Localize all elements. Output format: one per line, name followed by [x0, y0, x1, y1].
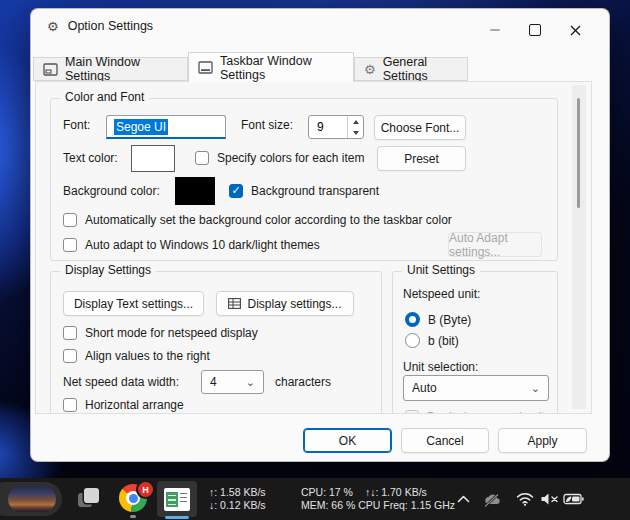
- weather-widget-image: [8, 486, 56, 512]
- unit-selection-dropdown[interactable]: Auto ⌄: [403, 375, 549, 401]
- background-color-swatch[interactable]: [175, 177, 215, 205]
- align-right-label: Align values to the right: [85, 349, 210, 363]
- close-icon: [570, 25, 581, 36]
- background-color-label: Background color:: [63, 184, 160, 198]
- choose-font-button[interactable]: Choose Font...: [374, 115, 466, 140]
- maximize-button[interactable]: [515, 15, 555, 45]
- chrome-running-indicator: [130, 515, 136, 518]
- specify-colors-checkbox[interactable]: [195, 151, 209, 165]
- font-size-stepper[interactable]: 9: [308, 115, 364, 139]
- task-view-button[interactable]: [76, 487, 102, 511]
- wifi-button[interactable]: [514, 489, 536, 509]
- radio-byte-label: B (Byte): [428, 313, 471, 327]
- trafficmonitor-button[interactable]: [157, 481, 197, 517]
- data-width-label: Net speed data width:: [63, 375, 179, 389]
- data-width-value: 4: [210, 375, 217, 389]
- tab-taskbar-window-settings[interactable]: Taskbar Window Settings: [188, 52, 354, 82]
- tab-label: Main Window Settings: [65, 55, 178, 83]
- stepper-down-button[interactable]: [348, 127, 363, 138]
- option-settings-dialog: ⚙ Option Settings Main Window Settings T…: [30, 8, 610, 462]
- short-mode-checkbox[interactable]: [63, 326, 77, 340]
- auto-adapt-checkbox[interactable]: [63, 238, 77, 252]
- unit-selection-label: Unit selection:: [403, 360, 478, 374]
- net-speed-text[interactable]: ↑: 1.58 KB/s ↓: 0.12 KB/s: [209, 486, 266, 512]
- scrollbar-thumb[interactable]: [577, 98, 580, 208]
- grid-icon: [228, 298, 241, 309]
- color-and-font-group: Color and Font Font: Segoe UI Font size:…: [50, 98, 558, 261]
- vertical-scrollbar[interactable]: [572, 85, 586, 409]
- volume-muted-button[interactable]: [538, 489, 560, 509]
- netspeed-unit-label: Netspeed unit:: [403, 287, 480, 301]
- apply-button[interactable]: Apply: [498, 428, 587, 453]
- display-settings-group: Display Settings Display Text settings..…: [50, 271, 382, 414]
- window-title: Option Settings: [68, 19, 153, 33]
- auto-adapt-settings-button: Auto Adapt settings...: [448, 232, 542, 257]
- dont-show-unit-label: Don't show speed unit: [427, 410, 545, 414]
- trafficmonitor-icon: [164, 488, 190, 511]
- chevron-down-icon: ⌄: [531, 383, 540, 394]
- preset-button[interactable]: Preset: [377, 146, 466, 171]
- total-speed: ↑↓: 1.70 KB/s: [365, 486, 427, 498]
- radio-bit[interactable]: [405, 333, 420, 348]
- wifi-icon: [516, 492, 534, 506]
- titlebar[interactable]: ⚙ Option Settings: [31, 9, 609, 51]
- align-right-checkbox[interactable]: [63, 349, 77, 363]
- tab-label: Taskbar Window Settings: [220, 54, 344, 82]
- chevron-down-icon: ⌄: [246, 377, 255, 388]
- close-button[interactable]: [555, 15, 595, 45]
- dont-show-unit-checkbox: [405, 410, 419, 414]
- background-transparent-label: Background transparent: [251, 184, 379, 198]
- display-settings-button[interactable]: Display settings...: [216, 291, 354, 316]
- task-view-icon-front: [84, 488, 99, 503]
- display-settings-button-label: Display settings...: [247, 297, 341, 311]
- tray-chevron-button[interactable]: [452, 489, 474, 509]
- auto-background-label: Automatically set the background color a…: [85, 213, 452, 227]
- chrome-notification-badge: H: [136, 480, 155, 499]
- widgets-button[interactable]: [0, 482, 62, 516]
- group-legend: Unit Settings: [402, 263, 480, 277]
- maximize-icon: [529, 24, 541, 36]
- horizontal-arrange-label: Horizontal arrange: [85, 398, 184, 412]
- auto-background-checkbox[interactable]: [63, 213, 77, 227]
- text-color-swatch[interactable]: [131, 145, 175, 172]
- group-legend: Display Settings: [60, 263, 156, 277]
- battery-saver-button[interactable]: [562, 489, 584, 509]
- font-input[interactable]: Segoe UI: [106, 115, 226, 139]
- mem-usage: MEM: 66 %: [301, 499, 355, 511]
- display-text-settings-button[interactable]: Display Text settings...: [63, 291, 204, 316]
- gear-icon: ⚙: [364, 63, 376, 76]
- taskbar: H ↑: 1.58 KB/s ↓: 0.12 KB/s CPU: 17 %↑↓:…: [0, 478, 630, 520]
- tab-main-window-settings[interactable]: Main Window Settings: [33, 57, 188, 81]
- group-legend: Color and Font: [60, 90, 149, 104]
- auto-adapt-label: Auto adapt to Windows 10 dark/light them…: [85, 238, 320, 252]
- stepper-up-button[interactable]: [348, 116, 363, 127]
- chevron-up-icon: [457, 495, 470, 503]
- cpu-freq: CPU Freq: 1.15 GHz: [358, 499, 455, 511]
- tab-content-pane: Color and Font Font: Segoe UI Font size:…: [35, 81, 592, 414]
- font-input-value: Segoe UI: [114, 119, 168, 135]
- radio-byte[interactable]: [405, 312, 420, 327]
- tab-general-settings[interactable]: ⚙ General Settings: [354, 57, 468, 81]
- unit-selection-value: Auto: [412, 381, 437, 395]
- minimize-button[interactable]: [475, 15, 515, 45]
- short-mode-label: Short mode for netspeed display: [85, 326, 258, 340]
- battery-leaf-icon: [563, 493, 584, 505]
- font-size-value: 9: [309, 116, 347, 138]
- tab-label: General Settings: [383, 55, 458, 83]
- taskbar-window-icon: [198, 61, 213, 74]
- font-label: Font:: [63, 118, 90, 132]
- data-width-dropdown[interactable]: 4 ⌄: [201, 370, 264, 394]
- main-window-icon: [43, 63, 58, 76]
- unit-settings-group: Unit Settings Netspeed unit: B (Byte) b …: [392, 271, 558, 414]
- system-stats-text[interactable]: CPU: 17 %↑↓: 1.70 KB/s MEM: 66 % CPU Fre…: [301, 486, 455, 512]
- onedrive-paused-button[interactable]: [482, 489, 504, 509]
- specify-colors-label: Specify colors for each item: [217, 151, 364, 165]
- horizontal-arrange-checkbox[interactable]: [63, 398, 77, 412]
- background-transparent-checkbox[interactable]: [229, 184, 243, 198]
- radio-bit-label: b (bit): [428, 334, 459, 348]
- ok-button[interactable]: OK: [303, 428, 392, 453]
- download-speed: ↓: 0.12 KB/s: [209, 499, 266, 512]
- text-color-label: Text color:: [63, 151, 118, 165]
- cancel-button[interactable]: Cancel: [401, 428, 489, 453]
- upload-speed: ↑: 1.58 KB/s: [209, 486, 266, 499]
